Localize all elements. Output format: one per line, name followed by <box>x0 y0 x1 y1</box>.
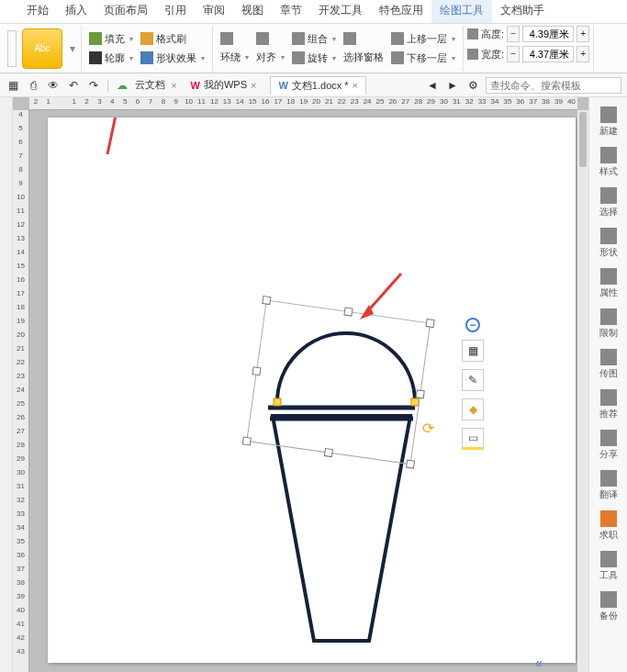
ruler-tick: 27 <box>399 97 412 109</box>
shape-effect-button[interactable]: 形状效果▾ <box>137 50 208 67</box>
width-decrease[interactable]: − <box>507 46 520 62</box>
format-painter-button[interactable]: 格式刷 <box>137 30 208 48</box>
expand-panel-icon[interactable]: « <box>535 655 548 668</box>
nav-back-icon[interactable]: ◄ <box>425 78 440 93</box>
width-input[interactable] <box>522 46 574 62</box>
height-decrease[interactable]: − <box>507 26 520 42</box>
align-label[interactable]: 对齐▾ <box>252 49 288 66</box>
side-panel-工具[interactable]: 工具 <box>599 551 618 582</box>
vertical-scrollbar[interactable] <box>577 110 588 672</box>
layout-options-button[interactable]: ▦ <box>462 340 484 362</box>
arc-endpoint-handle[interactable] <box>274 398 281 406</box>
side-panel-选择[interactable]: 选择 <box>599 187 618 218</box>
tab-page-layout[interactable]: 页面布局 <box>95 0 156 23</box>
side-panel-新建[interactable]: 新建 <box>599 106 618 138</box>
wrap-button[interactable] <box>217 30 252 47</box>
resize-handle-ne[interactable] <box>426 319 434 328</box>
page-canvas[interactable]: ⟳ − ▦ ✎ ◆ ▭ <box>48 118 576 663</box>
side-panel-备份[interactable]: 备份 <box>599 591 618 622</box>
effect-icon <box>140 51 153 64</box>
resize-handle-nw[interactable] <box>263 297 271 305</box>
bring-forward-button[interactable]: 上移一层▾ <box>387 30 459 48</box>
height-increase[interactable]: + <box>577 26 589 42</box>
side-panel-属性[interactable]: 属性 <box>599 268 618 299</box>
resize-handle-w[interactable] <box>252 367 261 375</box>
tab-special[interactable]: 特色应用 <box>371 0 431 23</box>
side-panel-形状[interactable]: 形状 <box>599 228 618 259</box>
command-search-input[interactable] <box>486 77 621 94</box>
close-tab-icon[interactable]: × <box>251 80 256 91</box>
tab-insert[interactable]: 插入 <box>57 0 95 23</box>
resize-handle-e[interactable] <box>416 390 424 398</box>
width-increase[interactable]: + <box>577 46 589 62</box>
shape-gallery-scroll[interactable] <box>7 30 17 67</box>
ruler-tick: 34 <box>17 523 25 537</box>
side-panel-传图[interactable]: 传图 <box>599 349 618 380</box>
shape-gallery-expand[interactable]: ▾ <box>68 42 77 55</box>
rotate-button[interactable]: 旋转▾ <box>288 50 340 67</box>
side-panel-分享[interactable]: 分享 <box>599 430 618 461</box>
doc-tab-mywps[interactable]: W 我的WPS × <box>183 75 265 95</box>
cloud-doc-label[interactable]: 云文档 <box>135 78 165 92</box>
tab-start[interactable]: 开始 <box>18 0 57 23</box>
close-cloud-tab[interactable]: × <box>171 80 176 91</box>
ruler-tick: 26 <box>17 413 25 427</box>
resize-handle-sw[interactable] <box>242 437 251 445</box>
side-panel-推荐[interactable]: 推荐 <box>599 389 618 420</box>
selection-pane-button[interactable] <box>340 30 387 47</box>
ruler-tick: 13 <box>17 234 25 248</box>
rotate-handle[interactable]: ⟳ <box>422 420 435 436</box>
ruler-tick: 18 <box>285 97 297 109</box>
doc-tab-active[interactable]: W 文档1.docx * × <box>270 76 366 95</box>
undo-icon[interactable]: ↶ <box>66 78 81 93</box>
print-icon[interactable]: ⎙ <box>26 78 40 93</box>
cloud-icon[interactable]: ☁ <box>115 78 129 93</box>
resize-handle-se[interactable] <box>407 460 415 468</box>
menu-tabs: 开始 插入 页面布局 引用 审阅 视图 章节 开发工具 特色应用 绘图工具 文档… <box>0 0 627 24</box>
resize-handle-s[interactable] <box>324 449 332 457</box>
side-panel-限制[interactable]: 限制 <box>599 308 618 340</box>
shape-style-preview[interactable]: Abc <box>22 28 62 69</box>
tab-section[interactable]: 章节 <box>272 0 310 23</box>
shape-effect-tool[interactable]: ▭ <box>462 428 484 450</box>
wrap-label[interactable]: 环绕▾ <box>217 49 252 66</box>
nav-fwd-icon[interactable]: ► <box>445 78 460 93</box>
ruler-tick: 16 <box>259 97 272 109</box>
group-button[interactable]: 组合▾ <box>288 30 340 48</box>
workspace: 2112345678910111213141516171819202122232… <box>0 97 627 672</box>
preview-icon[interactable]: 👁 <box>46 78 61 93</box>
fill-button[interactable]: 填充▾ <box>85 30 137 48</box>
tab-references[interactable]: 引用 <box>156 0 195 23</box>
shape-outline-tool[interactable]: ✎ <box>462 369 484 391</box>
bring-forward-icon <box>391 32 404 45</box>
ruler-tick: 4 <box>18 110 22 124</box>
arc-endpoint-handle[interactable] <box>411 398 419 406</box>
send-backward-button[interactable]: 下移一层▾ <box>387 50 459 67</box>
panel-label: 选择 <box>599 206 618 218</box>
shape-fill-tool[interactable]: ◆ <box>462 398 484 420</box>
tab-drawing-tools[interactable]: 绘图工具 <box>431 0 492 23</box>
collapse-badge-icon[interactable]: − <box>465 318 480 332</box>
outline-button[interactable]: 轮廓▾ <box>85 50 137 67</box>
tab-doc-assistant[interactable]: 文档助手 <box>492 0 553 23</box>
save-icon[interactable]: ▦ <box>6 78 20 93</box>
vertical-ruler[interactable]: 4567891011121314151617181920212223242526… <box>13 110 29 672</box>
cup-dome-arc[interactable] <box>277 333 415 402</box>
side-panel-样式[interactable]: 样式 <box>599 147 618 178</box>
tab-review[interactable]: 审阅 <box>195 0 233 23</box>
height-input[interactable] <box>522 26 574 42</box>
tab-view[interactable]: 视图 <box>233 0 272 23</box>
close-tab-icon[interactable]: × <box>353 80 358 91</box>
scroll-thumb[interactable] <box>579 112 587 167</box>
redo-icon[interactable]: ↷ <box>86 78 101 93</box>
resize-handle-n[interactable] <box>344 308 353 316</box>
side-panel-翻译[interactable]: 翻译 <box>599 470 618 501</box>
ruler-tick: 35 <box>501 97 514 109</box>
ruler-tick: 8 <box>18 165 22 179</box>
tab-dev-tools[interactable]: 开发工具 <box>310 0 371 23</box>
align-button[interactable] <box>252 30 288 47</box>
horizontal-ruler[interactable]: 2112345678910111213141516171819202122232… <box>29 97 577 110</box>
cup-body-shape[interactable] <box>273 416 410 641</box>
side-panel-求职[interactable]: 求职 <box>599 510 618 542</box>
settings-icon[interactable]: ⚙ <box>465 78 480 93</box>
